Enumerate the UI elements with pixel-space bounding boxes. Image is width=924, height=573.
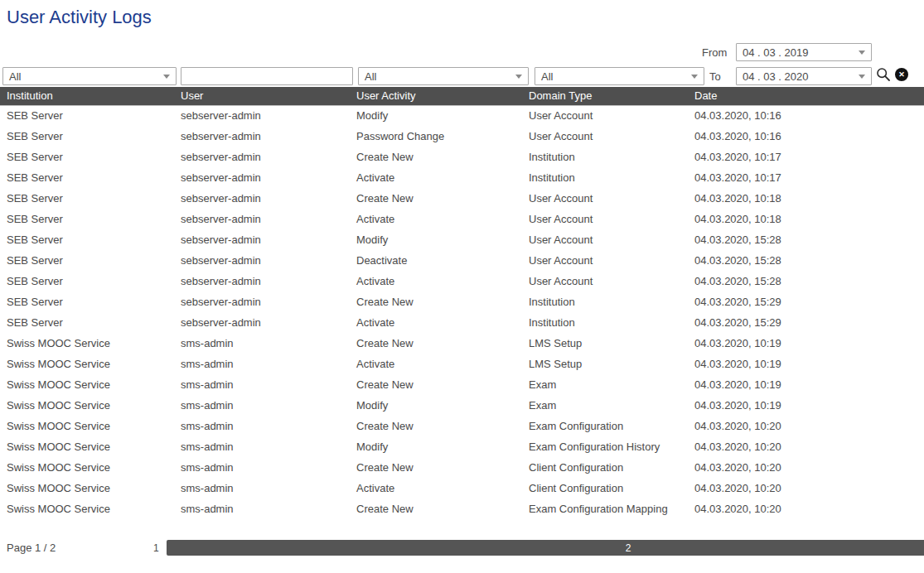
table-row[interactable]: Swiss MOOC Servicesms-adminModifyExam04.…	[0, 395, 924, 416]
table-cell: Exam Configuration Mapping	[522, 498, 688, 519]
table-cell: Institution	[522, 312, 688, 333]
table-cell: sebserver-admin	[174, 312, 350, 333]
table-cell: Swiss MOOC Service	[0, 478, 174, 498]
table-cell: LMS Setup	[522, 333, 688, 354]
table-row[interactable]: SEB Serversebserver-adminActivateUser Ac…	[0, 271, 924, 291]
table-cell: SEB Server	[0, 188, 174, 209]
column-header[interactable]: Domain Type	[522, 87, 688, 105]
table-cell: Activate	[350, 354, 522, 374]
table-row[interactable]: SEB Serversebserver-adminModifyUser Acco…	[0, 229, 924, 250]
column-header[interactable]: User Activity	[350, 87, 522, 105]
table-row[interactable]: SEB Serversebserver-adminModifyUser Acco…	[0, 105, 924, 126]
user-activity-filter-select[interactable]: All	[358, 67, 529, 85]
from-date-select[interactable]: 04 . 03 . 2019	[736, 43, 872, 61]
table-cell: Create New	[350, 188, 522, 209]
table-cell: Create New	[350, 333, 522, 354]
table-row[interactable]: Swiss MOOC Servicesms-adminCreate NewCli…	[0, 457, 924, 478]
chevron-down-icon	[859, 75, 865, 79]
table-cell: Institution	[522, 167, 688, 188]
column-header[interactable]: User	[174, 87, 350, 105]
table-row[interactable]: Swiss MOOC Servicesms-adminCreate NewExa…	[0, 374, 924, 395]
institution-filter-value: All	[9, 70, 21, 83]
table-cell: Swiss MOOC Service	[0, 354, 174, 374]
table-cell: sms-admin	[174, 416, 350, 436]
table-cell: Swiss MOOC Service	[0, 333, 174, 354]
table-cell: sebserver-admin	[174, 271, 350, 291]
table-cell: Password Change	[350, 126, 522, 147]
table-cell: User Account	[522, 126, 688, 147]
table-cell: sebserver-admin	[174, 167, 350, 188]
table-row[interactable]: SEB Serversebserver-adminCreate NewInsti…	[0, 147, 924, 167]
table-row[interactable]: Swiss MOOC Servicesms-adminCreate NewLMS…	[0, 333, 924, 354]
chevron-down-icon	[691, 75, 698, 79]
table-cell: Swiss MOOC Service	[0, 395, 174, 416]
table-row[interactable]: SEB Serversebserver-adminCreate NewUser …	[0, 188, 924, 209]
table-cell: Swiss MOOC Service	[0, 416, 174, 436]
table-cell: Create New	[350, 416, 522, 436]
table-cell: User Account	[522, 105, 688, 126]
table-cell: sebserver-admin	[174, 250, 350, 271]
table-cell: User Account	[522, 188, 688, 209]
table-cell: sms-admin	[174, 436, 350, 457]
chevron-down-icon	[163, 75, 170, 79]
table-cell: SEB Server	[0, 126, 174, 147]
institution-filter-select[interactable]: All	[2, 67, 177, 85]
search-icon	[876, 67, 891, 82]
table-cell: sms-admin	[174, 333, 350, 354]
table-cell: 04.03.2020, 15:28	[688, 229, 924, 250]
pagination-pages: 12>>>	[149, 540, 924, 556]
table-cell: 04.03.2020, 10:19	[688, 354, 924, 374]
table-cell: SEB Server	[0, 291, 174, 312]
table-cell: User Account	[522, 250, 688, 271]
table-row[interactable]: Swiss MOOC Servicesms-adminCreate NewExa…	[0, 416, 924, 436]
page-status: Page 1 / 2	[7, 542, 56, 554]
pagination-current-page: 1	[149, 543, 163, 553]
table-cell: Create New	[350, 147, 522, 167]
table-cell: Modify	[350, 395, 522, 416]
table-row[interactable]: SEB Serversebserver-adminActivateInstitu…	[0, 312, 924, 333]
table-cell: Exam	[522, 395, 688, 416]
table-cell: SEB Server	[0, 271, 174, 291]
to-date-select[interactable]: 04 . 03 . 2020	[736, 67, 872, 85]
column-header[interactable]: Institution	[0, 87, 174, 105]
table-cell: Activate	[350, 312, 522, 333]
domain-type-filter-select[interactable]: All	[535, 67, 704, 85]
table-cell: SEB Server	[0, 105, 174, 126]
table-cell: 04.03.2020, 10:20	[688, 498, 924, 519]
table-cell: Institution	[522, 147, 688, 167]
table-cell: User Account	[522, 271, 688, 291]
table-cell: Create New	[350, 374, 522, 395]
table-cell: 04.03.2020, 10:20	[688, 416, 924, 436]
table-cell: sebserver-admin	[174, 105, 350, 126]
clear-filter-button[interactable]: ✕	[895, 68, 908, 81]
table-cell: sms-admin	[174, 395, 350, 416]
table-row[interactable]: SEB Serversebserver-adminPassword Change…	[0, 126, 924, 147]
table-cell: Activate	[350, 478, 522, 498]
table-cell: Modify	[350, 229, 522, 250]
table-cell: sebserver-admin	[174, 229, 350, 250]
table-row[interactable]: Swiss MOOC Servicesms-adminActivateLMS S…	[0, 354, 924, 374]
table-cell: 04.03.2020, 10:19	[688, 333, 924, 354]
table-cell: Institution	[522, 291, 688, 312]
table-row[interactable]: SEB Serversebserver-adminCreate NewInsti…	[0, 291, 924, 312]
table-cell: SEB Server	[0, 209, 174, 229]
table-cell: 04.03.2020, 15:28	[688, 250, 924, 271]
table-cell: Activate	[350, 167, 522, 188]
table-cell: LMS Setup	[522, 354, 688, 374]
table-row[interactable]: SEB Serversebserver-adminActivateInstitu…	[0, 167, 924, 188]
table-row[interactable]: Swiss MOOC Servicesms-adminCreate NewExa…	[0, 498, 924, 519]
search-button[interactable]	[875, 66, 892, 83]
table-cell: Activate	[350, 209, 522, 229]
pagination-page-2[interactable]: 2	[167, 540, 924, 556]
table-cell: SEB Server	[0, 250, 174, 271]
column-header[interactable]: Date	[688, 87, 924, 105]
activity-log-table: InstitutionUserUser ActivityDomain TypeD…	[0, 87, 924, 519]
user-filter-input[interactable]	[181, 67, 353, 85]
table-cell: 04.03.2020, 15:29	[688, 312, 924, 333]
table-cell: Exam	[522, 374, 688, 395]
table-cell: Create New	[350, 457, 522, 478]
table-row[interactable]: SEB Serversebserver-adminActivateUser Ac…	[0, 209, 924, 229]
table-row[interactable]: SEB Serversebserver-adminDeactivateUser …	[0, 250, 924, 271]
table-row[interactable]: Swiss MOOC Servicesms-adminModifyExam Co…	[0, 436, 924, 457]
table-row[interactable]: Swiss MOOC Servicesms-adminActivateClien…	[0, 478, 924, 498]
